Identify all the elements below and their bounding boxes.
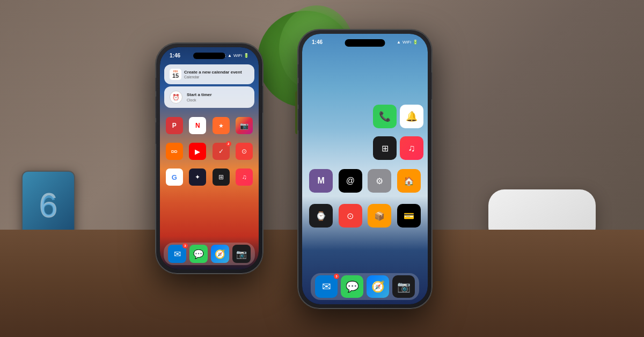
- dynamic-island-large: [345, 39, 385, 47]
- vol-up-large: [298, 83, 298, 105]
- dock-safari-small[interactable]: 🧭: [211, 245, 229, 263]
- vol-down-small: [156, 122, 156, 144]
- amazon-icon[interactable]: 📦: [368, 204, 391, 228]
- music-icon-large[interactable]: ♫: [400, 136, 423, 160]
- instagram-icon[interactable]: 📷: [236, 117, 253, 134]
- dock-outlook-large[interactable]: ✉ 3: [315, 275, 338, 298]
- silent-switch-small: [156, 78, 156, 91]
- reminders-icon-large[interactable]: 🔔: [400, 105, 423, 128]
- pocket-icon[interactable]: P: [166, 117, 183, 134]
- calendar-notif-title-small: Create a new calendar event: [184, 70, 242, 75]
- phone-icon-large[interactable]: 📞: [373, 105, 397, 128]
- dock-large: ✉ 3 💬 🧭 📷: [311, 273, 419, 300]
- dock-outlook-small[interactable]: ✉ 3: [168, 245, 186, 263]
- todoist-badge: 2: [226, 141, 231, 146]
- status-icons-large: ▲ WiFi 🔋: [397, 40, 418, 45]
- todoist-icon[interactable]: ✓ 2: [213, 143, 230, 160]
- phone-large-body: 1:46 ▲ WiFi 🔋 📅 Schedule for tomorrow Fa…: [298, 30, 432, 309]
- clock-notif-small[interactable]: ⏰ Start a timer Clock: [164, 86, 254, 108]
- news-icon[interactable]: N: [189, 117, 206, 134]
- reeder-icon[interactable]: ★: [213, 117, 230, 134]
- power-button-small: [262, 86, 263, 113]
- pocketcasts-icon-small[interactable]: ⊙: [236, 143, 253, 160]
- phone-large-screen: 1:46 ▲ WiFi 🔋 📅 Schedule for tomorrow Fa…: [302, 34, 428, 304]
- home-icon[interactable]: 🏠: [397, 169, 421, 193]
- dunkin-icon[interactable]: DD: [166, 143, 183, 160]
- wallet-icon[interactable]: 💳: [397, 204, 421, 228]
- phone-small-screen: 1:46 SOS ▲ WiFi 🔋 FRI 15: [160, 47, 259, 269]
- threads-icon[interactable]: @: [339, 169, 362, 193]
- phone-small: 1:46 SOS ▲ WiFi 🔋 FRI 15: [156, 43, 263, 274]
- calendar-notif-app-small: Calendar: [184, 75, 242, 79]
- pocketcasts-icon-large[interactable]: ⊙: [339, 204, 362, 228]
- music-icon-small[interactable]: ♫: [236, 169, 253, 186]
- silent-switch-large: [298, 64, 298, 78]
- vol-down-large: [298, 109, 298, 130]
- dock-messages-small[interactable]: 💬: [189, 245, 208, 263]
- settings-icon[interactable]: ⚙: [368, 169, 391, 193]
- dock-camera-large[interactable]: 📷: [392, 275, 415, 298]
- phone-small-body: 1:46 SOS ▲ WiFi 🔋 FRI 15: [156, 43, 263, 274]
- dynamic-island-small: [193, 53, 225, 59]
- youtube-icon[interactable]: ▶: [189, 143, 206, 160]
- outlook-badge-large: 3: [334, 274, 339, 279]
- dock-messages-large[interactable]: 💬: [341, 275, 363, 298]
- status-time-large: 1:46: [312, 39, 323, 45]
- power-button-large: [431, 72, 432, 99]
- smarthome-icon-small[interactable]: ⊞: [213, 169, 230, 186]
- clock-notif-title-small: Start a timer: [187, 92, 212, 98]
- watch-icon[interactable]: ⌚: [309, 204, 333, 228]
- smarthome-icon-large[interactable]: ⊞: [373, 136, 397, 160]
- dock-small: ✉ 3 💬 🧭 📷: [164, 243, 255, 265]
- calendar-notif-small[interactable]: FRI 15 Create a new calendar event Calen…: [164, 64, 254, 84]
- vol-up-small: [156, 97, 156, 118]
- phone-large: 1:46 ▲ WiFi 🔋 📅 Schedule for tomorrow Fa…: [298, 30, 432, 309]
- dock-safari-large[interactable]: 🧭: [367, 275, 389, 298]
- status-time-small: 1:46: [170, 53, 180, 58]
- outlook-badge-small: 3: [182, 243, 188, 248]
- mona-icon[interactable]: M: [309, 169, 333, 193]
- google-icon[interactable]: G: [166, 169, 183, 186]
- dock-camera-small[interactable]: 📷: [232, 245, 251, 263]
- artifact-icon[interactable]: ✦: [189, 169, 206, 186]
- clock-notif-app-small: Clock: [187, 98, 212, 102]
